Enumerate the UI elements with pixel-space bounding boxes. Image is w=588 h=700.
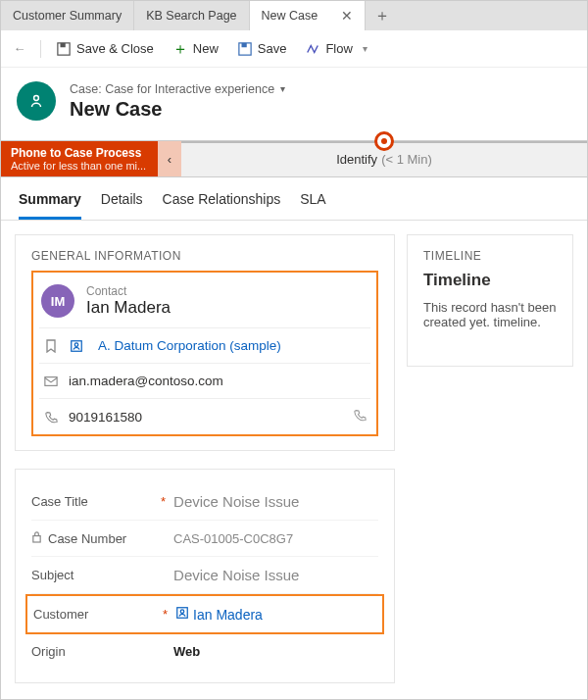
breadcrumb[interactable]: Case: Case for Interactive experience ▾: [70, 82, 285, 96]
save-icon: [238, 42, 252, 56]
tab-label: Customer Summary: [13, 9, 122, 23]
form-body: GENERAL INFORMATION IM Contact Ian Mader…: [1, 221, 587, 697]
tab-case-relationships[interactable]: Case Relationships: [163, 191, 281, 220]
label: SLA: [300, 191, 325, 207]
business-process-flow: Phone to Case Process Active for less th…: [1, 140, 587, 177]
section-title: GENERAL INFORMATION: [31, 249, 378, 263]
label: New: [193, 41, 219, 56]
mail-icon: [43, 375, 59, 387]
save-close-icon: [57, 42, 71, 56]
avatar: IM: [41, 284, 74, 318]
value: Ian Madera: [193, 607, 263, 623]
bookmark-icon: [43, 339, 59, 353]
phone-icon: [43, 411, 59, 424]
chevron-left-icon: ‹: [168, 152, 172, 167]
entity-icon: [17, 81, 56, 121]
timeline-empty-text: This record hasn't been created yet. tim…: [423, 300, 557, 329]
process-collapse-button[interactable]: ‹: [158, 141, 181, 176]
svg-rect-3: [241, 42, 246, 46]
contact-icon: [175, 606, 189, 623]
plus-icon: ＋: [173, 42, 187, 56]
required-icon: *: [161, 494, 166, 509]
breadcrumb-text: Case: Case for Interactive experience: [70, 82, 274, 96]
tab-new-case[interactable]: New Case ✕: [250, 1, 367, 30]
tab-summary[interactable]: Summary: [19, 191, 81, 220]
page-title: New Case: [70, 98, 285, 121]
label: Save & Close: [76, 41, 154, 56]
timeline-section: TIMELINE Timeline This record hasn't bee…: [407, 234, 573, 367]
new-button[interactable]: ＋ New: [166, 37, 226, 60]
label: Case Number: [48, 531, 126, 546]
close-icon[interactable]: ✕: [341, 8, 353, 24]
section-title: TIMELINE: [423, 249, 557, 263]
phone-row[interactable]: 9019161580: [39, 398, 370, 434]
email-row[interactable]: ian.madera@contoso.com: [39, 363, 370, 398]
svg-point-10: [180, 610, 184, 614]
process-status: Active for less than one mi...: [11, 160, 148, 172]
field-case-number: Case Number * CAS-01005-C0C8G7: [31, 521, 378, 557]
add-tab-button[interactable]: ＋: [366, 1, 399, 30]
tab-label: New Case: [262, 9, 318, 23]
label: Save: [258, 41, 287, 56]
svg-rect-7: [45, 376, 57, 385]
contact-quick-view: IM Contact Ian Madera A. Datum Corporati…: [31, 271, 378, 436]
save-button[interactable]: Save: [230, 37, 295, 60]
label: Case Relationships: [163, 191, 281, 207]
record-header: Case: Case for Interactive experience ▾ …: [1, 68, 587, 140]
label: Summary: [19, 191, 81, 207]
value: Device Noise Issue: [173, 567, 299, 583]
account-row[interactable]: A. Datum Corporation (sample): [39, 327, 370, 363]
value: CAS-01005-C0C8G7: [173, 531, 293, 546]
flow-icon: [306, 42, 319, 56]
label: Subject: [31, 568, 74, 582]
process-stage-identify[interactable]: Identify (< 1 Min): [181, 141, 587, 176]
back-icon: ←: [14, 41, 26, 56]
tab-label: KB Search Page: [146, 9, 236, 23]
field-customer[interactable]: Customer * Ian Madera: [33, 596, 376, 632]
window-tabs: Customer Summary KB Search Page New Case…: [1, 1, 587, 30]
svg-point-4: [34, 96, 39, 101]
separator: [40, 40, 41, 58]
tab-sla[interactable]: SLA: [300, 191, 325, 220]
form-tabs: Summary Details Case Relationships SLA: [1, 177, 587, 221]
value: Device Noise Issue: [173, 493, 299, 510]
stage-duration: (< 1 Min): [381, 152, 432, 167]
flow-button[interactable]: Flow ▾: [298, 37, 374, 60]
label: Flow: [325, 41, 352, 56]
label: Origin: [31, 644, 66, 659]
stage-marker-icon: [374, 131, 394, 151]
process-name[interactable]: Phone to Case Process Active for less th…: [1, 141, 158, 176]
label: Case Title: [31, 494, 88, 509]
svg-rect-1: [61, 42, 66, 46]
case-details-section: Case Title * Device Noise Issue Case Num…: [15, 469, 395, 683]
required-icon: *: [163, 607, 168, 622]
call-icon[interactable]: [354, 409, 367, 425]
chevron-down-icon: ▾: [280, 83, 285, 94]
stage-label: Identify: [336, 152, 377, 167]
phone-value: 9019161580: [69, 410, 142, 425]
save-close-button[interactable]: Save & Close: [49, 37, 162, 60]
field-origin[interactable]: Origin * Web: [31, 634, 378, 669]
general-information-section: GENERAL INFORMATION IM Contact Ian Mader…: [15, 234, 395, 451]
svg-rect-8: [33, 536, 40, 542]
command-bar: ← Save & Close ＋ New Save Flow ▾: [1, 30, 587, 68]
contact-name[interactable]: Ian Madera: [86, 298, 171, 318]
process-title: Phone to Case Process: [11, 146, 148, 160]
account-link: A. Datum Corporation (sample): [98, 338, 281, 353]
value: Web: [173, 644, 200, 659]
email-value: ian.madera@contoso.com: [69, 374, 223, 388]
field-case-title[interactable]: Case Title * Device Noise Issue: [31, 483, 378, 521]
contact-field-label: Contact: [86, 284, 171, 298]
tab-kb-search[interactable]: KB Search Page: [134, 1, 249, 30]
lock-icon: [31, 530, 42, 546]
label: Details: [101, 191, 143, 207]
field-subject[interactable]: Subject * Device Noise Issue: [31, 557, 378, 594]
timeline-heading: Timeline: [423, 271, 557, 290]
svg-point-6: [74, 342, 78, 346]
account-icon: [69, 339, 84, 353]
back-button[interactable]: ←: [7, 37, 32, 60]
tab-details[interactable]: Details: [101, 191, 143, 220]
tab-customer-summary[interactable]: Customer Summary: [1, 1, 134, 30]
label: Customer: [33, 607, 88, 622]
chevron-down-icon: ▾: [363, 43, 368, 54]
